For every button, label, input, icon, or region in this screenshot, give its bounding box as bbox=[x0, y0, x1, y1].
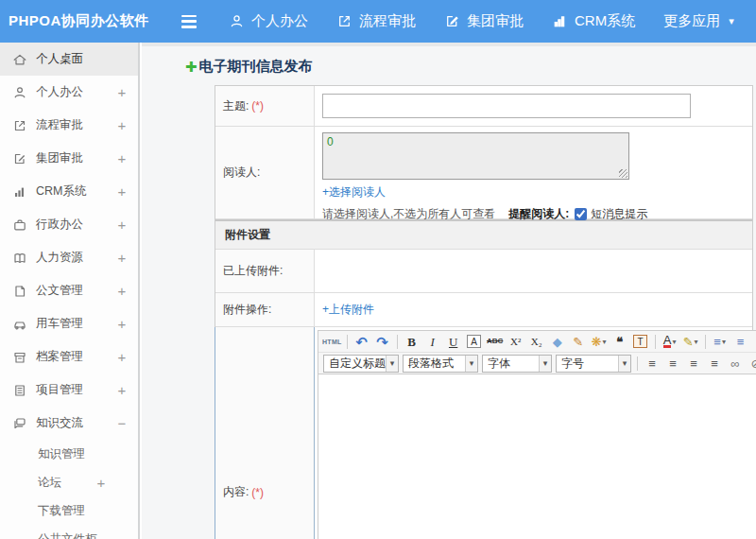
nav-group-approval[interactable]: 集团审批 bbox=[444, 12, 524, 30]
bold-button[interactable]: B bbox=[403, 332, 421, 351]
nav-label: 流程审批 bbox=[359, 12, 416, 30]
expand-plus-icon[interactable]: + bbox=[115, 84, 129, 100]
sidebar-item-human-resources[interactable]: 人力资源+ bbox=[0, 241, 138, 274]
sidebar-item-document-management[interactable]: 公文管理+ bbox=[0, 274, 138, 307]
upload-attachment-link[interactable]: +上传附件 bbox=[322, 302, 374, 318]
top-nav: 个人办公流程审批集团审批CRM系统更多应用▾ bbox=[229, 12, 734, 30]
ordered-list-icon: ≡ bbox=[713, 336, 721, 348]
sidebar-item-crm-system[interactable]: CRM系统+ bbox=[0, 175, 138, 208]
ordered-list-button[interactable]: ≡▾ bbox=[711, 332, 730, 351]
sms-notify-checkbox[interactable] bbox=[575, 208, 587, 220]
readers-textarea[interactable]: 0 bbox=[322, 132, 629, 180]
eraser-icon: ◆ bbox=[553, 336, 562, 348]
collapse-minus-icon[interactable]: − bbox=[115, 415, 129, 431]
expand-plus-icon[interactable]: + bbox=[115, 217, 129, 233]
eraser-button[interactable]: ◆ bbox=[548, 332, 567, 351]
chart-icon bbox=[552, 13, 568, 29]
subject-input[interactable] bbox=[322, 94, 691, 118]
font-style-icon: A bbox=[467, 335, 481, 348]
highlight-button[interactable]: ✎▾ bbox=[681, 332, 700, 351]
blockquote-button[interactable]: ❝ bbox=[610, 332, 629, 351]
nav-more-apps[interactable]: 更多应用▾ bbox=[663, 12, 734, 30]
add-icon: ✚ bbox=[185, 59, 198, 76]
expand-plus-icon[interactable]: + bbox=[115, 382, 129, 398]
align-right-button[interactable]: ≡ bbox=[684, 354, 703, 373]
font-style-button[interactable]: A bbox=[465, 332, 484, 351]
underline-button[interactable]: U bbox=[444, 332, 463, 351]
person-icon bbox=[229, 13, 245, 29]
expand-plus-icon[interactable]: + bbox=[115, 183, 129, 200]
autoformat-button[interactable]: ❋▾ bbox=[590, 332, 609, 351]
expand-plus-icon[interactable]: + bbox=[115, 250, 129, 266]
sidebar-item-public-file-cabinet[interactable]: 公共文件柜 bbox=[0, 525, 138, 539]
sidebar-item-personal-desktop[interactable]: 个人桌面 bbox=[0, 43, 138, 76]
sidebar-item-group-approval[interactable]: 集团审批+ bbox=[0, 142, 138, 175]
unlink-icon: ⊘ bbox=[751, 357, 756, 370]
superscript-button[interactable]: X² bbox=[507, 332, 525, 351]
chevron-down-icon: ▾ bbox=[672, 338, 676, 346]
align-justify-icon: ≡ bbox=[711, 357, 718, 370]
sidebar-item-knowledge-exchange[interactable]: 知识交流− bbox=[0, 407, 138, 440]
select-readers-link[interactable]: +选择阅读人 bbox=[322, 185, 386, 199]
format-brush-button[interactable]: ✎ bbox=[569, 332, 588, 351]
expand-plus-icon[interactable]: + bbox=[115, 316, 129, 332]
sidebar-item-workflow-approval[interactable]: 流程审批+ bbox=[0, 109, 138, 142]
hamburger-menu-icon[interactable] bbox=[181, 15, 200, 28]
undo-button[interactable]: ↶ bbox=[352, 332, 371, 351]
paragraph-format-select-label: 段落格式 bbox=[404, 356, 465, 372]
expand-plus-icon[interactable]: + bbox=[115, 150, 129, 166]
sidebar-item-vehicle-management[interactable]: 用车管理+ bbox=[0, 307, 138, 340]
sidebar-item-forum[interactable]: 论坛+ bbox=[0, 468, 138, 496]
chevron-down-icon: ▾ bbox=[729, 15, 734, 27]
italic-button[interactable]: I bbox=[423, 332, 442, 351]
heading-style-select[interactable]: 自定义标题▾ bbox=[323, 355, 399, 373]
unordered-list-icon: ≡ bbox=[737, 336, 745, 348]
paste-text-button[interactable]: T bbox=[631, 332, 650, 351]
nav-crm-system[interactable]: CRM系统 bbox=[552, 12, 635, 30]
edit-icon bbox=[444, 13, 460, 29]
align-left-button[interactable]: ≡ bbox=[643, 354, 662, 373]
editor-content[interactable] bbox=[318, 374, 756, 539]
subscript-button[interactable]: X₂ bbox=[527, 332, 546, 351]
strikethrough-button[interactable]: ABC bbox=[486, 332, 505, 351]
sidebar-item-project-management[interactable]: 项目管理+ bbox=[0, 374, 138, 407]
remind-readers-label: 提醒阅读人: bbox=[508, 206, 569, 222]
nav-label: CRM系统 bbox=[575, 12, 635, 30]
link-button[interactable]: ∞ bbox=[726, 354, 745, 373]
resize-grip-icon[interactable] bbox=[619, 169, 627, 178]
sidebar-item-admin-office[interactable]: 行政办公+ bbox=[0, 208, 138, 241]
readers-label-text: 阅读人: bbox=[223, 165, 260, 181]
share-icon bbox=[336, 13, 352, 29]
align-center-button[interactable]: ≡ bbox=[663, 354, 682, 373]
readers-hint-line: 请选择阅读人,不选为所有人可查看 提醒阅读人: 短消息提示 bbox=[322, 206, 745, 222]
nav-workflow-approval[interactable]: 流程审批 bbox=[336, 12, 416, 30]
paragraph-format-select[interactable]: 段落格式▾ bbox=[403, 355, 478, 373]
font-size-select[interactable]: 字号▾ bbox=[556, 355, 631, 373]
sidebar-item-label: 下载管理 bbox=[38, 503, 129, 519]
unordered-list-button[interactable]: ≡ bbox=[731, 332, 750, 351]
sidebar-item-label: 公共文件柜 bbox=[38, 531, 129, 539]
align-justify-button[interactable]: ≡ bbox=[705, 354, 724, 373]
font-color-button[interactable]: A▾ bbox=[661, 332, 679, 351]
font-family-select-label: 字体 bbox=[483, 356, 539, 372]
top-header-bar: PHPOA协同办公软件 个人办公流程审批集团审批CRM系统更多应用▾ bbox=[0, 0, 756, 43]
sidebar-item-knowledge-management[interactable]: 知识管理 bbox=[0, 440, 138, 468]
toolbar-separator bbox=[637, 356, 638, 371]
sidebar-item-personal-office[interactable]: 个人办公+ bbox=[0, 76, 138, 109]
uploaded-attachments-row: 已上传附件: bbox=[215, 250, 752, 293]
expand-plus-icon[interactable]: + bbox=[115, 349, 129, 365]
expand-plus-icon[interactable]: + bbox=[115, 283, 129, 299]
font-family-select[interactable]: 字体▾ bbox=[482, 355, 552, 373]
unlink-button[interactable]: ⊘ bbox=[747, 354, 756, 373]
rich-text-editor: HTML↶↷BIUAABCX²X₂◆✎❋▾❝TA▾✎▾≡▾≡ 自定义标题▾段落格… bbox=[318, 330, 756, 539]
sidebar-item-archive-management[interactable]: 档案管理+ bbox=[0, 340, 138, 374]
attachment-ops-label: 附件操作: bbox=[215, 293, 315, 326]
expand-plus-icon[interactable]: + bbox=[94, 475, 108, 491]
html-source-button[interactable]: HTML bbox=[322, 332, 342, 351]
expand-plus-icon[interactable]: + bbox=[115, 117, 129, 133]
content-row: 内容: (*) HTML↶↷BIUAABCX²X₂◆✎❋▾❝TA▾✎▾≡▾≡ 自… bbox=[215, 327, 752, 539]
redo-button[interactable]: ↷ bbox=[373, 332, 392, 351]
nav-personal-office[interactable]: 个人办公 bbox=[229, 12, 308, 30]
sidebar-item-download-management[interactable]: 下载管理 bbox=[0, 496, 138, 525]
format-brush-icon: ✎ bbox=[573, 336, 583, 348]
